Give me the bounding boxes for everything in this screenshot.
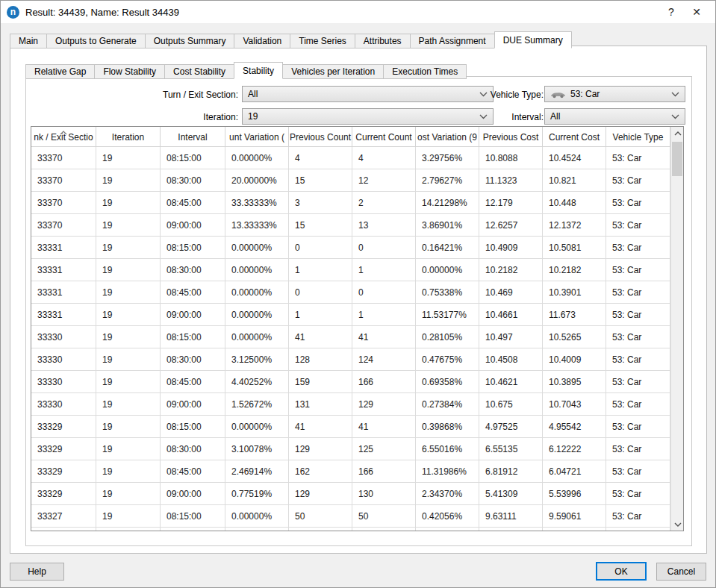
vehicle-type-select[interactable]: 53: Car <box>544 86 685 102</box>
subtab-execution-times[interactable]: Execution Times <box>383 64 467 79</box>
ok-button[interactable]: OK <box>596 562 647 581</box>
column-header[interactable]: Interval <box>161 127 225 147</box>
column-header[interactable]: Current Cost <box>543 127 606 147</box>
table-cell: 0.28105% <box>416 326 479 348</box>
table-cell: 33329 <box>31 438 96 460</box>
column-header[interactable]: unt Variation ( <box>225 127 289 147</box>
cancel-button[interactable]: Cancel <box>656 563 706 581</box>
table-row[interactable]: 333311908:30:000.00000%110.00000%10.2182… <box>31 259 670 281</box>
table-cell: 0.77519% <box>225 483 289 505</box>
table-row[interactable]: 333301909:00:001.52672%1311290.27384%10.… <box>31 393 670 416</box>
tab-due-summary[interactable]: DUE Summary <box>494 31 572 49</box>
tab-validation[interactable]: Validation <box>234 34 290 49</box>
table-cell: 3.29756% <box>416 147 479 169</box>
table-cell: 3.10078% <box>225 438 289 460</box>
column-header[interactable]: Previous Count <box>289 127 352 147</box>
column-header[interactable]: Previous Cost <box>479 127 543 147</box>
table-cell: 4.97525 <box>479 416 543 438</box>
table-cell: 19 <box>96 169 161 192</box>
scrollbar-thumb[interactable] <box>672 142 682 176</box>
table-cell: 19 <box>96 192 161 214</box>
table-cell: 10.2182 <box>543 259 606 281</box>
subtab-relative-gap[interactable]: Relative Gap <box>25 64 95 79</box>
help-icon[interactable]: ? <box>659 1 684 22</box>
table-row[interactable]: 333301908:30:003.12500%1281240.47675%10.… <box>31 348 670 371</box>
scroll-up-icon[interactable] <box>671 127 684 140</box>
subtab-stability[interactable]: Stability <box>234 62 283 79</box>
tab-attributes[interactable]: Attributes <box>355 34 411 49</box>
table-cell: 0.00000% <box>225 281 289 304</box>
table-row[interactable]: 333291908:30:003.10078%1291256.55016%6.5… <box>31 438 670 460</box>
table-cell: 10.5081 <box>543 237 606 259</box>
table-row[interactable]: 333291909:00:000.77519%1291302.34370%5.4… <box>31 483 670 505</box>
table-cell: 53: Car <box>606 416 670 438</box>
subtab-flow-stability[interactable]: Flow Stability <box>94 64 165 79</box>
table-row[interactable]: 333291908:15:000.00000%41410.39868%4.975… <box>31 416 670 438</box>
table-cell <box>479 528 543 531</box>
table-cell: 53: Car <box>606 237 670 259</box>
table-cell: 53: Car <box>606 214 670 237</box>
table-cell: 19 <box>96 281 161 304</box>
subtab-vehicles-per-iteration[interactable]: Vehicles per Iteration <box>282 64 384 79</box>
table-cell: 0.00000% <box>225 304 289 326</box>
table-row[interactable]: 333311909:00:000.00000%1111.53177%10.466… <box>31 304 670 326</box>
tab-path-assignment[interactable]: Path Assignment <box>410 34 495 49</box>
scroll-down-icon[interactable] <box>671 518 684 531</box>
tab-outputs-summary[interactable]: Outputs Summary <box>145 34 235 49</box>
table-cell: 08:30:00 <box>161 438 225 460</box>
table-cell: 11.1323 <box>479 169 543 192</box>
table-row[interactable]: 333301908:15:000.00000%41410.28105%10.49… <box>31 326 670 348</box>
table-cell: 19 <box>96 460 161 483</box>
table-cell: 124 <box>352 348 416 371</box>
interval-select[interactable]: All <box>544 108 685 125</box>
table-cell: 19 <box>96 483 161 505</box>
table-row[interactable]: 333701908:45:0033.33333%3214.21298%12.17… <box>31 192 670 214</box>
table-cell: 0 <box>352 281 416 304</box>
table-header-row: nk / Exit SectioIterationIntervalunt Var… <box>31 127 670 147</box>
table-row[interactable]: 333301908:45:004.40252%1591660.69358%10.… <box>31 371 670 393</box>
turn-exit-section-select[interactable]: All <box>242 86 494 102</box>
table-cell: 33331 <box>31 237 96 259</box>
table-cell: 33330 <box>31 371 96 393</box>
table-cell: 5.41309 <box>479 483 543 505</box>
iteration-select[interactable]: 19 <box>242 108 494 125</box>
table-row[interactable]: 333311908:15:000.00000%000.16421%10.4909… <box>31 237 670 259</box>
table-row[interactable] <box>31 528 670 531</box>
close-icon[interactable]: ✕ <box>684 1 709 22</box>
table-cell: 09:00:00 <box>161 483 225 505</box>
table-cell: 19 <box>96 147 161 169</box>
table-cell: 08:30:00 <box>161 348 225 371</box>
table-row[interactable]: 333271908:15:000.00000%50500.42056%9.631… <box>31 505 670 528</box>
table-row[interactable]: 333701908:15:000.00000%443.29756%10.8088… <box>31 147 670 169</box>
table-cell: 19 <box>96 348 161 371</box>
subtab-cost-stability[interactable]: Cost Stability <box>164 64 234 79</box>
table-cell: 09:00:00 <box>161 214 225 237</box>
tab-outputs-to-generate[interactable]: Outputs to Generate <box>46 34 146 49</box>
table-cell: 41 <box>352 416 416 438</box>
table-cell: 0.39868% <box>416 416 479 438</box>
table-row[interactable]: 333701908:30:0020.00000%15122.79627%11.1… <box>31 169 670 192</box>
table-cell: 10.821 <box>543 169 606 192</box>
table-cell: 53: Car <box>606 371 670 393</box>
table-row[interactable]: 333291908:45:002.46914%16216611.31986%6.… <box>31 460 670 483</box>
column-header[interactable]: Current Count <box>352 127 416 147</box>
column-header[interactable]: Vehicle Type <box>606 127 670 147</box>
table-cell: 6.55016% <box>416 438 479 460</box>
table-cell: 11.53177% <box>416 304 479 326</box>
table-cell: 0.47675% <box>416 348 479 371</box>
column-header[interactable]: ost Variation (9 <box>416 127 479 147</box>
table-cell: 9.59061 <box>543 505 606 528</box>
vertical-scrollbar[interactable] <box>670 127 683 531</box>
table-cell: 1.52672% <box>225 393 289 416</box>
table-cell: 0.00000% <box>416 259 479 281</box>
table-cell: 4 <box>289 147 352 169</box>
table-cell <box>543 528 606 531</box>
help-button[interactable]: Help <box>10 563 64 581</box>
table-row[interactable]: 333311908:45:000.00000%000.75338%10.4691… <box>31 281 670 304</box>
table-cell: 33370 <box>31 147 96 169</box>
table-row[interactable]: 333701909:00:0013.33333%15133.86901%12.6… <box>31 214 670 237</box>
tab-time-series[interactable]: Time Series <box>290 34 355 49</box>
column-header[interactable]: Iteration <box>96 127 161 147</box>
table-cell: 08:30:00 <box>161 259 225 281</box>
tab-main[interactable]: Main <box>10 34 47 49</box>
